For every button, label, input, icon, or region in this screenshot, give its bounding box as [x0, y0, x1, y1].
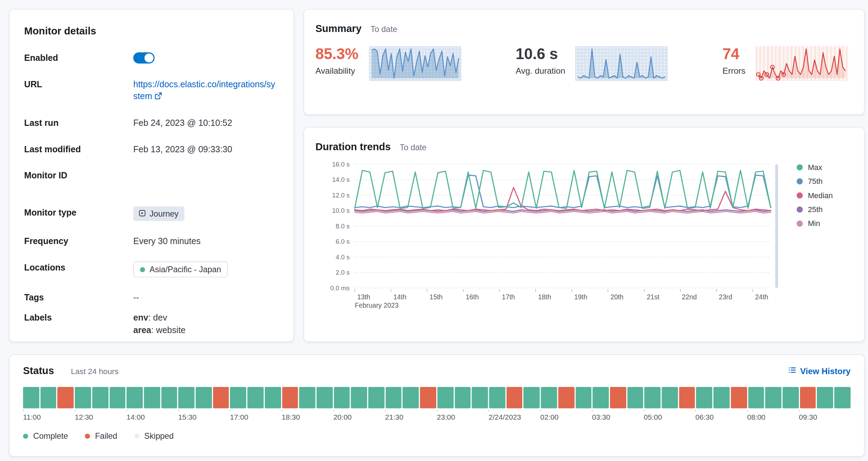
summary-subtitle: To date [370, 25, 397, 34]
toggle-knob-icon [145, 54, 154, 63]
enabled-label: Enabled [24, 52, 133, 64]
external-link-icon [154, 91, 162, 103]
status-segment-complete[interactable] [126, 387, 142, 408]
svg-text:10.0 s: 10.0 s [332, 207, 350, 214]
legend-item-max[interactable]: Max [797, 163, 833, 171]
status-axis-label: 09:30 [799, 413, 851, 421]
svg-text:0.0 ms: 0.0 ms [330, 284, 350, 292]
status-segment-complete[interactable] [334, 387, 350, 408]
status-segment-failed[interactable] [610, 387, 626, 408]
status-segment-failed[interactable] [679, 387, 695, 408]
status-legend-item-skipped[interactable]: Skipped [134, 431, 174, 440]
status-segment-failed[interactable] [282, 387, 298, 408]
status-axis-label: 14:00 [126, 413, 178, 421]
status-segment-complete[interactable] [575, 387, 591, 408]
status-segment-complete[interactable] [696, 387, 712, 408]
view-history-label: View History [800, 366, 851, 376]
status-segment-complete[interactable] [627, 387, 643, 408]
status-segment-complete[interactable] [40, 387, 56, 408]
status-segment-complete[interactable] [351, 387, 367, 408]
svg-text:6.0 s: 6.0 s [336, 238, 350, 245]
monitor-id-label: Monitor ID [24, 170, 133, 182]
synthetics-monitor-page: Monitor details Enabled URL https://docs… [0, 0, 868, 461]
legend-dot-icon [797, 220, 803, 227]
legend-item-median[interactable]: Median [797, 191, 833, 200]
status-title: Status [23, 365, 54, 377]
status-segment-complete[interactable] [489, 387, 505, 408]
status-segment-complete[interactable] [196, 387, 212, 408]
status-segment-failed[interactable] [731, 387, 747, 408]
status-segment-failed[interactable] [420, 387, 436, 408]
status-segment-failed[interactable] [558, 387, 574, 408]
status-segment-complete[interactable] [662, 387, 678, 408]
svg-text:February 2023: February 2023 [355, 301, 399, 309]
legend-item-75th[interactable]: 75th [797, 177, 833, 186]
view-history-link[interactable]: View History [788, 366, 851, 376]
status-segment-complete[interactable] [645, 387, 661, 408]
svg-text:19th: 19th [574, 293, 588, 301]
status-segment-complete[interactable] [92, 387, 108, 408]
status-segment-complete[interactable] [472, 387, 488, 408]
legend-item-min[interactable]: Min [797, 219, 833, 228]
status-segment-complete[interactable] [109, 387, 125, 408]
metric-availability: 85.3% Availability [316, 46, 461, 81]
status-segment-complete[interactable] [161, 387, 177, 408]
monitor-url-link[interactable]: https://docs.elastic.co/integrations/sys… [133, 78, 279, 103]
status-segment-complete[interactable] [144, 387, 160, 408]
last-run-value: Feb 24, 2023 @ 10:10:52 [133, 117, 279, 129]
status-segment-complete[interactable] [541, 387, 557, 408]
status-segment-complete[interactable] [834, 387, 850, 408]
enabled-toggle[interactable] [133, 52, 154, 63]
duration-trends-subtitle: To date [400, 143, 426, 152]
status-segment-complete[interactable] [713, 387, 729, 408]
status-segment-complete[interactable] [368, 387, 384, 408]
status-axis-label: 21:30 [385, 413, 437, 421]
status-legend-label: Skipped [144, 431, 174, 440]
svg-text:12.0 s: 12.0 s [332, 192, 350, 199]
status-segment-failed[interactable] [58, 387, 74, 408]
status-segment-complete[interactable] [75, 387, 91, 408]
status-segment-complete[interactable] [437, 387, 453, 408]
duration-trends-svg: 0.0 ms2.0 s4.0 s6.0 s8.0 s10.0 s12.0 s14… [316, 157, 788, 310]
status-segment-complete[interactable] [455, 387, 470, 408]
avg-duration-value: 10.6 s [516, 46, 565, 62]
status-legend-item-complete[interactable]: Complete [23, 431, 68, 440]
status-segment-complete[interactable] [783, 387, 799, 408]
duration-trends-panel: Duration trends To date 0.0 ms2.0 s4.0 s… [304, 127, 865, 342]
legend-label: Median [808, 191, 833, 200]
status-axis-label: 20:00 [333, 413, 385, 421]
status-segment-complete[interactable] [748, 387, 764, 408]
status-segment-complete[interactable] [299, 387, 315, 408]
status-segment-complete[interactable] [178, 387, 194, 408]
row-locations: Locations Asia/Pacific - Japan [24, 262, 279, 278]
status-axis-label: 08:00 [747, 413, 799, 421]
status-segment-complete[interactable] [765, 387, 781, 408]
status-segment-failed[interactable] [800, 387, 816, 408]
svg-text:13th: 13th [357, 293, 370, 301]
status-segment-complete[interactable] [524, 387, 540, 408]
label-env: env: dev [133, 312, 279, 324]
svg-text:22nd: 22nd [682, 293, 697, 301]
svg-text:15th: 15th [429, 293, 443, 301]
status-segment-complete[interactable] [817, 387, 833, 408]
status-segment-complete[interactable] [230, 387, 246, 408]
status-segment-complete[interactable] [593, 387, 609, 408]
legend-dot-icon [797, 178, 803, 185]
status-segment-complete[interactable] [317, 387, 333, 408]
status-legend-label: Failed [95, 431, 117, 440]
status-axis-label: 15:30 [178, 413, 230, 421]
status-segment-failed[interactable] [213, 387, 229, 408]
row-labels: Labels env: dev area: website [24, 312, 279, 336]
status-segment-complete[interactable] [403, 387, 419, 408]
status-segment-complete[interactable] [265, 387, 281, 408]
legend-item-25th[interactable]: 25th [797, 205, 833, 214]
svg-text:20th: 20th [611, 293, 624, 301]
status-legend-item-failed[interactable]: Failed [85, 431, 117, 440]
status-segment-complete[interactable] [386, 387, 402, 408]
status-segment-complete[interactable] [23, 387, 39, 408]
errors-label: Errors [722, 66, 745, 76]
label-area: area: website [133, 324, 279, 336]
status-segment-failed[interactable] [506, 387, 522, 408]
status-segment-complete[interactable] [247, 387, 263, 408]
avg-duration-label: Avg. duration [516, 66, 565, 76]
